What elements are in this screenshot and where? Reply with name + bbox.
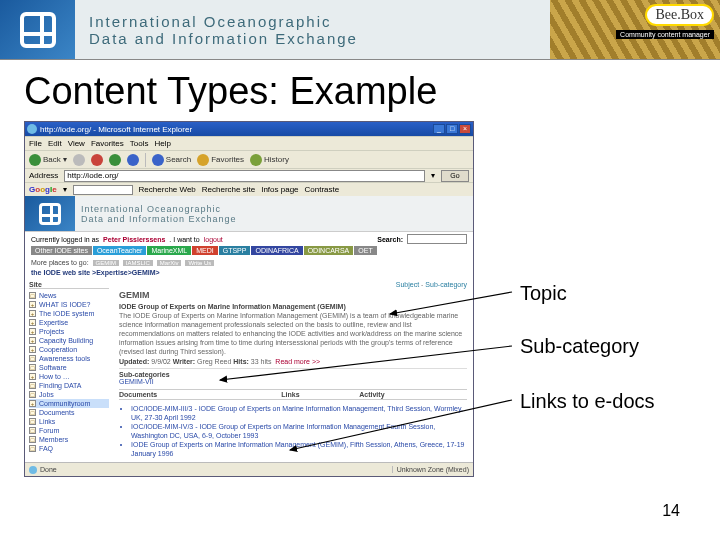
- window-titlebar: http://iode.org/ - Microsoft Internet Ex…: [25, 122, 473, 136]
- chevron-down-icon[interactable]: ▾: [431, 171, 435, 180]
- tab-documents[interactable]: Documents: [119, 389, 281, 399]
- forward-button[interactable]: [73, 154, 85, 166]
- sidebar-item-capacity[interactable]: +Capacity Building: [29, 336, 109, 345]
- refresh-icon: [109, 154, 121, 166]
- search-button[interactable]: Search: [152, 154, 191, 166]
- crumb-subcategory[interactable]: Sub-category: [425, 281, 467, 288]
- close-icon[interactable]: ×: [459, 124, 471, 134]
- star-icon: [197, 154, 209, 166]
- nav-tabs: Other IODE sites OceanTeacher MarineXML …: [25, 246, 473, 257]
- go-button[interactable]: Go: [441, 170, 469, 182]
- tab-activity[interactable]: Activity: [359, 389, 467, 399]
- tab-odinafrica[interactable]: ODINAFRICA: [251, 246, 302, 255]
- sidebar-item-forum[interactable]: □Forum: [29, 426, 109, 435]
- maximize-icon[interactable]: □: [446, 124, 458, 134]
- google-contrast[interactable]: Contraste: [305, 185, 340, 194]
- doc-link[interactable]: IOC/IODE-MIM-IV/3 - IODE Group of Expert…: [131, 422, 467, 440]
- login-row: Currently logged in as Peter Pissierssen…: [25, 232, 473, 246]
- sidebar: Site □News +WHAT IS IODE? +The IODE syst…: [25, 277, 113, 462]
- status-zone: Unknown Zone (Mixed): [392, 466, 469, 473]
- chip-gemim[interactable]: GEMIM: [93, 260, 119, 266]
- content-tabs: Documents Links Activity: [119, 389, 467, 400]
- menu-edit[interactable]: Edit: [48, 139, 62, 148]
- context-crumbs: Subject - Sub-category: [119, 281, 467, 288]
- doc-link[interactable]: IOC/IODE-MIM-III/3 - IODE Group of Exper…: [131, 404, 467, 422]
- login-mid: . I want to: [169, 236, 199, 243]
- read-more-link[interactable]: Read more >>: [275, 358, 320, 365]
- menu-tools[interactable]: Tools: [130, 139, 149, 148]
- menu-file[interactable]: File: [29, 139, 42, 148]
- doc-link[interactable]: IODE Group of Experts on Marine Informat…: [131, 440, 467, 458]
- folder-icon: □: [29, 292, 36, 299]
- sidebar-item-communityroom[interactable]: +Communityroom: [29, 399, 109, 408]
- org-name-line1: International Oceanographic: [89, 13, 536, 30]
- login-user: Peter Pissierssens: [103, 236, 165, 243]
- plus-icon: +: [29, 346, 36, 353]
- folder-icon: □: [29, 445, 36, 452]
- page-banner-title: International Oceanographic Data and Inf…: [75, 196, 473, 231]
- google-web-search[interactable]: Recherche Web: [139, 185, 196, 194]
- tab-oceanteacher[interactable]: OceanTeacher: [93, 246, 147, 255]
- history-button[interactable]: History: [250, 154, 289, 166]
- sidebar-item-jobs[interactable]: □Jobs: [29, 390, 109, 399]
- folder-icon: □: [29, 436, 36, 443]
- iode-logo: [0, 0, 75, 59]
- page-title-line1: International Oceanographic: [81, 204, 467, 214]
- more-places: More places to go: GEMIM IAMSLIC MarXiv …: [25, 257, 473, 268]
- back-button[interactable]: Back▾: [29, 154, 67, 166]
- sidebar-item-faq[interactable]: □FAQ: [29, 444, 109, 453]
- logout-link[interactable]: logout: [204, 236, 223, 243]
- sidebar-item-awareness[interactable]: □Awareness tools: [29, 354, 109, 363]
- search-input[interactable]: [407, 234, 467, 244]
- sidebar-item-members[interactable]: □Members: [29, 435, 109, 444]
- tab-gtspp[interactable]: GTSPP: [219, 246, 251, 255]
- minimize-icon[interactable]: _: [433, 124, 445, 134]
- chip-marxiv[interactable]: MarXiv: [157, 260, 182, 266]
- plus-icon: +: [29, 319, 36, 326]
- tab-odincarsa[interactable]: ODINCARSA: [304, 246, 354, 255]
- sidebar-item-software[interactable]: □Software: [29, 363, 109, 372]
- crumb-subject[interactable]: Subject: [396, 281, 419, 288]
- address-input[interactable]: [64, 170, 425, 182]
- tab-oet[interactable]: OET: [354, 246, 376, 255]
- sidebar-item-howto[interactable]: +How to …: [29, 372, 109, 381]
- tab-links[interactable]: Links: [281, 389, 359, 399]
- home-button[interactable]: [127, 154, 139, 166]
- favorites-button[interactable]: Favorites: [197, 154, 244, 166]
- menu-help[interactable]: Help: [154, 139, 170, 148]
- tab-marinexml[interactable]: MarineXML: [147, 246, 191, 255]
- sidebar-item-documents[interactable]: □Documents: [29, 408, 109, 417]
- google-search-input[interactable]: [73, 185, 133, 195]
- stop-button[interactable]: [91, 154, 103, 166]
- menu-view[interactable]: View: [68, 139, 85, 148]
- google-site-search[interactable]: Recherche site: [202, 185, 255, 194]
- toolbar: Back▾ Search Favorites History: [25, 150, 473, 168]
- status-bar: Done Unknown Zone (Mixed): [25, 462, 473, 476]
- callout-links: Links to e-docs: [520, 390, 655, 413]
- forward-icon: [73, 154, 85, 166]
- sidebar-item-news[interactable]: □News: [29, 291, 109, 300]
- callout-subcategory: Sub-category: [520, 335, 639, 358]
- sidebar-item-iode-system[interactable]: +The IODE system: [29, 309, 109, 318]
- refresh-button[interactable]: [109, 154, 121, 166]
- history-icon: [250, 154, 262, 166]
- folder-icon: □: [29, 382, 36, 389]
- sidebar-item-cooperation[interactable]: +Cooperation: [29, 345, 109, 354]
- sidebar-item-what-is-iode[interactable]: +WHAT IS IODE?: [29, 300, 109, 309]
- tab-medi[interactable]: MEDI: [192, 246, 218, 255]
- topic-heading: GEMIM: [119, 290, 467, 300]
- sidebar-item-finding-data[interactable]: □Finding DATA: [29, 381, 109, 390]
- menu-favorites[interactable]: Favorites: [91, 139, 124, 148]
- folder-icon: □: [29, 364, 36, 371]
- chip-writeus[interactable]: Write Us: [185, 260, 214, 266]
- sidebar-item-expertise[interactable]: +Expertise: [29, 318, 109, 327]
- stop-icon: [91, 154, 103, 166]
- globe-icon: [29, 466, 37, 474]
- subcategory-link[interactable]: GEMIM-VII: [119, 378, 154, 385]
- sidebar-item-links[interactable]: □Links: [29, 417, 109, 426]
- chip-iamslic[interactable]: IAMSLIC: [123, 260, 153, 266]
- sidebar-item-projects[interactable]: +Projects: [29, 327, 109, 336]
- topic-meta: Updated: 9/9/02 Writer: Greg Reed Hits: …: [119, 357, 467, 366]
- tab-other-sites[interactable]: Other IODE sites: [31, 246, 92, 255]
- google-page-info[interactable]: Infos page: [261, 185, 298, 194]
